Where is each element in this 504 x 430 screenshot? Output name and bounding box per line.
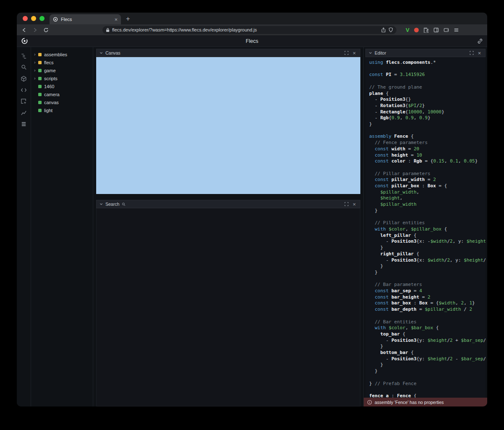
tree-item-label: assemblies [44, 52, 67, 57]
inspect-icon[interactable] [20, 97, 28, 105]
wallet-icon[interactable] [444, 27, 449, 33]
menu-icon[interactable] [454, 27, 459, 33]
expand-chevron-icon[interactable]: › [34, 68, 38, 73]
share-icon[interactable] [381, 27, 386, 33]
tree-item-canvas[interactable]: canvas [31, 98, 93, 106]
forward-button[interactable] [31, 26, 39, 34]
chevron-down-icon[interactable] [100, 51, 103, 55]
code-line: - Position3{x: -$width/2, y: $height/2} [369, 239, 486, 245]
code-line: // Bar parameters [369, 282, 486, 288]
code-line: - Position3{y: $height/2 + $bar_sep/2} [369, 338, 486, 344]
code-line: // Fence parameters [369, 140, 486, 146]
entities-cube-icon[interactable] [20, 75, 28, 82]
code-editor[interactable]: using flecs.components.* const PI = 3.14… [365, 57, 486, 398]
canvas-panel-header: Canvas × [96, 49, 360, 57]
icon-sidebar [17, 47, 31, 406]
tree-item-label: 1460 [44, 84, 54, 89]
tree-item-light[interactable]: light [31, 106, 93, 114]
code-line: // Pillar entities [369, 220, 486, 226]
editor-expand-icon[interactable] [469, 50, 474, 56]
code-line: } [369, 245, 486, 251]
code-line: const pillar_width = 2 [369, 177, 486, 183]
tree-item-label: canvas [44, 100, 59, 105]
code-line: } [369, 121, 486, 128]
tree-view-icon[interactable] [20, 52, 28, 60]
canvas-close-icon[interactable]: × [352, 50, 357, 56]
close-window-button[interactable] [23, 16, 28, 21]
stats-chart-icon[interactable] [20, 109, 28, 116]
zoom-window-button[interactable] [39, 16, 45, 21]
reload-button[interactable] [42, 26, 50, 34]
code-icon[interactable] [20, 86, 28, 94]
info-icon [367, 400, 372, 405]
tab-title: Flecs [61, 17, 111, 22]
editor-panel-header: Editor × [365, 49, 486, 57]
page-title: Flecs [17, 38, 487, 44]
extension-v-icon[interactable]: V [406, 27, 410, 33]
tree-item-scripts[interactable]: ›scripts [31, 74, 93, 82]
code-line: - Position3{y: $height/2 - $bar_sep/2} [369, 356, 486, 362]
code-line: const bar_depth = $pillar_width / 2 [369, 307, 486, 313]
canvas-expand-icon[interactable] [344, 50, 349, 56]
tree-item-camera[interactable]: camera [31, 90, 93, 98]
browser-window: Flecs × + flecs.dev/explorer/?wasm=https… [17, 13, 487, 406]
search-panel-header: Search × [96, 200, 360, 208]
tree-item-game[interactable]: ›game [31, 66, 93, 74]
search-close-icon[interactable]: × [352, 202, 357, 207]
new-tab-button[interactable]: + [126, 15, 130, 23]
code-line [369, 165, 486, 171]
extensions-puzzle-icon[interactable] [423, 27, 429, 33]
code-line: } [369, 368, 486, 375]
tree-item-1460[interactable]: 1460 [31, 82, 93, 90]
expand-chevron-icon[interactable]: › [34, 76, 38, 81]
extension-red-icon[interactable] [414, 28, 419, 32]
browser-tab[interactable]: Flecs × [50, 14, 121, 24]
editor-close-icon[interactable]: × [477, 50, 482, 56]
code-line [369, 78, 486, 84]
code-line [369, 387, 486, 393]
minimize-window-button[interactable] [31, 16, 36, 21]
code-line [369, 128, 486, 134]
code-line: // Bar entities [369, 319, 486, 325]
search-glyph-icon [122, 202, 126, 206]
back-button[interactable] [20, 26, 28, 34]
panel-gap [96, 194, 360, 200]
search-expand-icon[interactable] [344, 202, 349, 207]
code-line: const PI = 3.1415926 [369, 72, 486, 78]
lock-icon [106, 28, 110, 32]
toolbar-extensions: V [406, 27, 462, 33]
queries-rows-icon[interactable] [20, 120, 28, 128]
code-line: left_pillar { [369, 233, 486, 239]
code-line: with $color, $bar_box { [369, 325, 486, 331]
expand-chevron-icon[interactable]: › [34, 60, 38, 65]
code-line [369, 276, 486, 282]
tree-item-label: flecs [44, 60, 54, 65]
search-icon[interactable] [20, 63, 28, 71]
entity-tree: ›assemblies›flecs›game›scripts1460camera… [31, 47, 93, 406]
brave-shield-icon[interactable] [388, 27, 393, 32]
code-line: with $color, $pillar_box { [369, 226, 486, 233]
expand-chevron-icon[interactable]: › [34, 52, 38, 57]
code-line: // The ground plane [369, 84, 486, 91]
code-line: } [369, 263, 486, 270]
entity-color-dot [38, 93, 42, 96]
chevron-down-icon[interactable] [369, 51, 372, 55]
canvas-3d-viewport[interactable] [96, 57, 360, 194]
tree-item-flecs[interactable]: ›flecs [31, 58, 93, 66]
tab-close-icon[interactable]: × [114, 17, 118, 22]
chevron-down-icon[interactable] [100, 202, 103, 206]
entity-color-dot [38, 53, 42, 56]
code-line: plane { [369, 91, 486, 97]
search-results-area[interactable] [96, 208, 360, 406]
code-line: const bar_sep = 4 [369, 288, 486, 294]
sidebar-toggle-icon[interactable] [433, 27, 439, 33]
tree-item-label: camera [44, 92, 60, 97]
code-line: const width = 20 [369, 146, 486, 152]
tree-item-label: game [44, 68, 56, 73]
code-line: } [369, 362, 486, 368]
center-column: Canvas × Search [93, 47, 364, 406]
code-line: - Position3{} [369, 97, 486, 103]
code-line: } // Prefab Fence [369, 381, 486, 387]
tree-item-assemblies[interactable]: ›assemblies [31, 50, 93, 58]
address-bar[interactable]: flecs.dev/explorer/?wasm=https://www.fle… [102, 26, 396, 34]
